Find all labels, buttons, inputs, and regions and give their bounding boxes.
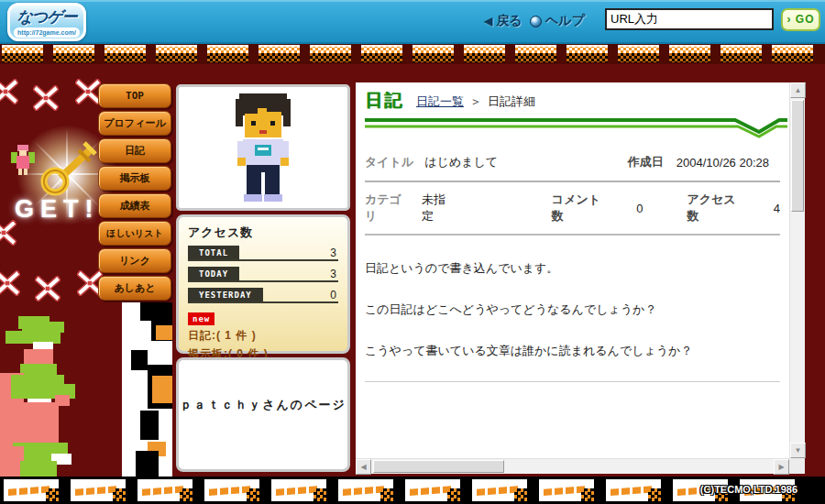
category-row: カテゴリ 未指定 コメント数 0 アクセス数 4 (365, 192, 780, 225)
avatar-image (226, 92, 300, 203)
brick-tile (361, 45, 402, 62)
brick-tile (338, 479, 393, 501)
access-row-label: TOTAL (188, 246, 239, 259)
scroll-right-button[interactable]: ▶ (774, 459, 789, 475)
brick-tile (138, 479, 192, 501)
green-section-rule (365, 116, 788, 138)
x-sprite-icon (75, 79, 101, 104)
sidebar-item-label: ほしいリスト (106, 227, 162, 240)
brick-row-top (0, 44, 825, 64)
sidebar-item-profile[interactable]: プロフィール (98, 111, 171, 136)
title-value: はじめまして (424, 154, 498, 170)
access-row-yesterday: YESTERDAY 0 (188, 288, 338, 303)
access-count-panel: アクセス数 TOTAL 3 TODAY 3 YESTERDAY 0 new 日記… (176, 214, 350, 354)
brick-tile (606, 479, 661, 501)
scroll-left-button[interactable]: ◀ (356, 459, 371, 475)
url-input[interactable] (605, 8, 774, 30)
page-owner-name: ｐａｔｃｈｙさんのページ (179, 397, 347, 413)
breadcrumb-diary-list-link[interactable]: 日記一覧 (416, 94, 464, 108)
brick-tile (472, 479, 527, 501)
diary-body-line: 日記というので書き込んでいます。 (365, 260, 780, 277)
brick-tile (104, 45, 146, 62)
sidebar-item-label: 日記 (125, 144, 145, 158)
brick-tile (566, 45, 608, 62)
scroll-up-button[interactable]: ▲ (790, 82, 806, 98)
sidebar-item-footprints[interactable]: あしあと (98, 276, 171, 301)
avatar-panel (176, 84, 350, 211)
top-header-bar: なつゲー http://72game.com/ ◀ 戻る ヘルプ › GO (0, 0, 825, 44)
breadcrumb-current: 日記詳細 (488, 94, 535, 108)
new-diary-count[interactable]: 日記:( 1 件 ) (188, 328, 338, 344)
scrollbar-corner (789, 458, 805, 474)
horizontal-scrollbar[interactable]: ◀ ▶ (356, 458, 789, 474)
diary-section-title: 日記 (365, 89, 403, 113)
get-label: GET! (15, 195, 100, 224)
brick-tile (412, 45, 454, 62)
sidebar-item-top[interactable]: TOP (98, 83, 171, 108)
category-value: 未指定 (422, 192, 456, 225)
sidebar-item-label: あしあと (114, 281, 155, 295)
brick-tile (156, 45, 197, 62)
brick-tile (271, 479, 326, 501)
sidebar-item-diary[interactable]: 日記 (98, 138, 171, 163)
sidebar-item-scores[interactable]: 成績表 (98, 193, 171, 218)
sidebar-item-wishlist[interactable]: ほしいリスト (98, 221, 171, 246)
brick-tile (207, 45, 248, 62)
vertical-scroll-thumb[interactable] (791, 100, 804, 212)
brick-tile (539, 479, 594, 501)
vertical-scrollbar[interactable]: ▲ ▼ (789, 82, 805, 458)
go-label: GO (796, 13, 815, 26)
brick-tile (515, 45, 556, 62)
created-group: 作成日 2004/10/26 20:28 (628, 154, 769, 170)
x-sprite-icon (0, 220, 16, 246)
sidebar-item-board[interactable]: 掲示板 (98, 166, 171, 191)
diary-access-label: アクセス数 (687, 192, 743, 225)
fairy-sprite-icon (11, 145, 35, 178)
scroll-down-button[interactable]: ▼ (790, 443, 806, 458)
sidebar-menu: TOP プロフィール 日記 掲示板 成績表 ほしいリスト リンク あしあと (98, 83, 171, 303)
diary-access-value: 4 (774, 202, 780, 215)
divider (365, 234, 780, 236)
back-label: 戻る (496, 13, 522, 29)
diary-body-line: この日記はどこへどうやってどうなるんでしょうか？ (365, 301, 780, 318)
sidebar-item-label: リンク (119, 254, 150, 268)
page-owner-panel: ｐａｔｃｈｙさんのページ (176, 357, 350, 472)
access-row-value: 3 (330, 247, 338, 259)
site-logo-title: なつゲー (10, 6, 83, 27)
access-row-total: TOTAL 3 (188, 246, 338, 261)
sidebar-item-label: 成績表 (120, 199, 150, 213)
x-sprite-icon (0, 79, 18, 104)
brick-tile (618, 45, 659, 62)
diary-content: 日記 日記一覧 ＞ 日記詳細 タイトル はじめまして 作成日 2004/10/2… (356, 82, 789, 458)
created-label: 作成日 (628, 154, 664, 170)
sidebar-item-label: プロフィール (104, 116, 165, 130)
brick-tile (772, 45, 813, 62)
copyright-text: (C)TECMO,LTD.1986 (700, 484, 798, 495)
sidebar-item-links[interactable]: リンク (98, 248, 171, 273)
brick-tile (204, 479, 259, 501)
access-row-label: YESTERDAY (188, 288, 263, 301)
natsuge-diary-page: { "header": { "logo_title": "なつゲー", "log… (0, 0, 825, 504)
dana-sprite-icon (0, 316, 105, 477)
back-button[interactable]: ◀ 戻る (484, 13, 522, 29)
help-globe-icon (530, 16, 542, 27)
divider (365, 381, 780, 382)
go-button[interactable]: › GO (781, 8, 820, 31)
site-logo[interactable]: なつゲー http://72game.com/ (7, 3, 86, 41)
diary-main-panel: 日記 日記一覧 ＞ 日記詳細 タイトル はじめまして 作成日 2004/10/2… (356, 82, 805, 474)
help-label: ヘルプ (545, 13, 585, 29)
breadcrumb-separator: ＞ (469, 94, 481, 108)
help-button[interactable]: ヘルプ (530, 13, 585, 29)
brick-tile (669, 45, 710, 62)
access-row-today: TODAY 3 (188, 267, 338, 282)
horizontal-scroll-thumb[interactable] (373, 460, 504, 473)
go-arrow-icon: › (786, 13, 791, 26)
new-badge: new (188, 312, 214, 325)
site-logo-url: http://72game.com/ (14, 27, 80, 38)
brick-tile (71, 479, 126, 501)
diary-header: 日記 日記一覧 ＞ 日記詳細 (365, 89, 780, 113)
title-row: タイトル はじめまして 作成日 2004/10/26 20:28 (365, 154, 780, 170)
back-arrow-icon: ◀ (484, 15, 492, 27)
breadcrumb: 日記一覧 ＞ 日記詳細 (416, 93, 535, 110)
brick-tile (405, 479, 460, 501)
